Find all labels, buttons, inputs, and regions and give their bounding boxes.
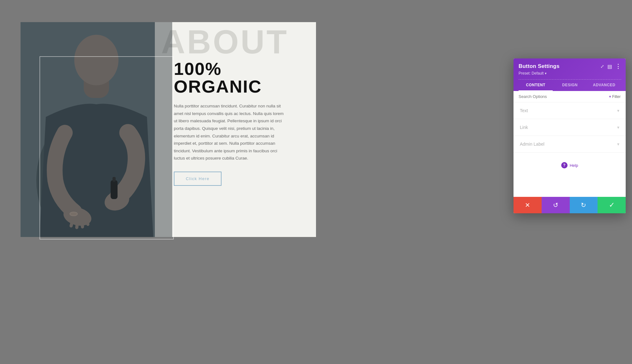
panel-preset: Preset: Default ▾ xyxy=(519,71,621,76)
panel-title: Button Settings xyxy=(519,63,560,70)
tab-advanced[interactable]: Advanced xyxy=(587,80,621,91)
accordion-text-chevron: ▾ xyxy=(617,108,619,113)
accordion-text[interactable]: Text ▾ xyxy=(514,102,626,119)
search-row: + Filter xyxy=(514,91,626,102)
panel-footer: ✕ ↺ ↻ ✓ xyxy=(514,197,626,213)
accordion-link-chevron: ▾ xyxy=(617,125,619,130)
settings-panel: Button Settings ⤢ ▤ ⋮ Preset: Default ▾ … xyxy=(514,58,626,213)
columns-icon[interactable]: ▤ xyxy=(607,64,612,70)
preset-arrow: ▾ xyxy=(545,71,547,75)
expand-icon[interactable]: ⤢ xyxy=(600,64,604,69)
help-label[interactable]: Help xyxy=(570,163,578,168)
text-content-area: ABOUT 100% ORGANIC Nulla porttitor accum… xyxy=(155,22,316,237)
body-text: Nulla porttitor accumsan tincidunt. Cura… xyxy=(174,102,288,162)
about-bg-text: ABOUT xyxy=(161,25,289,58)
click-here-button[interactable]: Click Here xyxy=(174,172,222,186)
save-button[interactable]: ✓ xyxy=(598,197,626,213)
undo-button[interactable]: ↺ xyxy=(542,197,570,213)
headline: 100% ORGANIC xyxy=(174,60,300,95)
panel-header-icons: ⤢ ▤ ⋮ xyxy=(600,63,621,70)
filter-button[interactable]: + Filter xyxy=(609,94,621,99)
filter-plus: + xyxy=(609,94,611,99)
accordion-link[interactable]: Link ▾ xyxy=(514,119,626,136)
cancel-button[interactable]: ✕ xyxy=(514,197,542,213)
panel-tabs: Content Design Advanced xyxy=(519,79,621,91)
redo-button[interactable]: ↻ xyxy=(570,197,598,213)
tab-content[interactable]: Content xyxy=(519,80,553,91)
accordion-admin-label[interactable]: Admin Label ▾ xyxy=(514,136,626,153)
help-row: ? Help xyxy=(514,153,626,197)
panel-body: + Filter Text ▾ Link ▾ Admin Label ▾ ? H… xyxy=(514,91,626,197)
search-input[interactable] xyxy=(519,94,606,99)
accordion-link-label: Link xyxy=(520,125,528,130)
help-icon: ? xyxy=(561,162,568,168)
accordion-text-label: Text xyxy=(520,108,528,113)
tab-design[interactable]: Design xyxy=(553,80,587,91)
image-border-box xyxy=(40,56,174,240)
accordion-admin-label-text: Admin Label xyxy=(520,142,544,147)
accordion-admin-chevron: ▾ xyxy=(617,142,619,147)
panel-header: Button Settings ⤢ ▤ ⋮ Preset: Default ▾ … xyxy=(514,58,626,91)
more-icon[interactable]: ⋮ xyxy=(615,63,621,70)
